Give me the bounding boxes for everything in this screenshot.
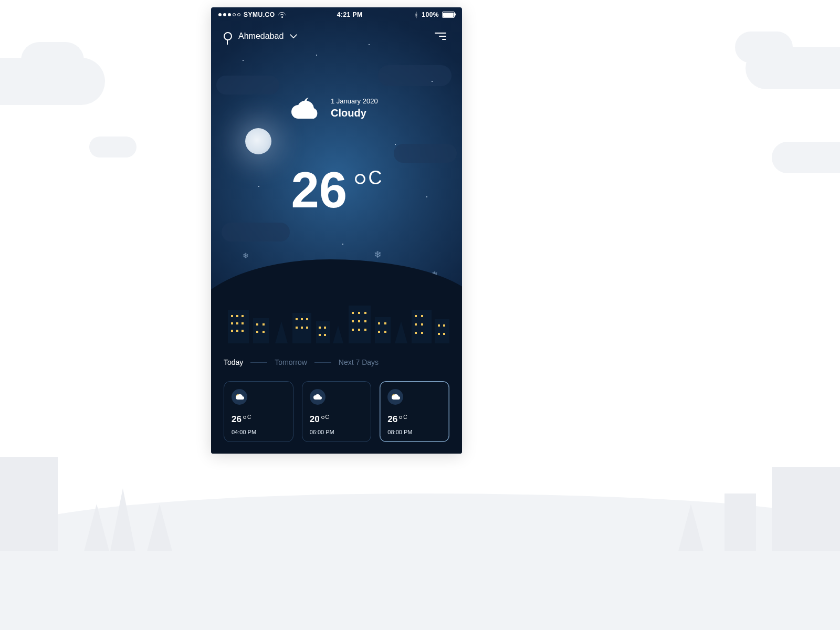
bg-building xyxy=(0,457,58,551)
hour-temp: 20 xyxy=(310,414,320,424)
hour-unit: C xyxy=(247,414,251,420)
hour-time: 06:00 PM xyxy=(310,429,364,435)
sky-cloud xyxy=(378,65,452,86)
hour-unit: C xyxy=(403,414,407,420)
hourly-cards: 26C 04:00 PM 20C 06:00 PM 26C 08:00 PM xyxy=(224,381,449,442)
cloudy-night-icon xyxy=(289,96,322,120)
hour-temp: 26 xyxy=(232,414,242,424)
location-selector[interactable]: Ahmedabad xyxy=(224,32,297,41)
sky-cloud xyxy=(216,76,279,94)
bg-cloud xyxy=(21,42,84,79)
hour-unit: C xyxy=(326,414,329,420)
bg-tree xyxy=(678,504,704,551)
cloud-icon xyxy=(310,389,326,405)
current-condition-label: Cloudy xyxy=(331,107,378,119)
bg-cloud xyxy=(735,32,793,63)
current-temperature: 26 C xyxy=(211,165,462,215)
tab-tomorrow[interactable]: Tomorrow xyxy=(275,358,307,366)
snowflake-icon: ❄ xyxy=(374,249,382,260)
signal-dots-icon xyxy=(218,13,240,16)
menu-button[interactable] xyxy=(432,29,449,43)
building-icon xyxy=(412,310,432,343)
location-city: Ahmedabad xyxy=(238,32,284,41)
bg-building xyxy=(724,494,756,551)
bg-cloud xyxy=(772,142,840,173)
phone-frame: ❄ ❄ ❄ ❄ ❄ SYMU.CO 4:21 PM ᚼ 100% Ahmedab… xyxy=(211,7,462,454)
current-condition: 1 January 2020 Cloudy xyxy=(289,96,378,120)
building-icon xyxy=(228,310,249,343)
tree-icon xyxy=(275,321,288,343)
pin-icon xyxy=(224,32,232,40)
chevron-down-icon xyxy=(290,34,297,39)
degree-icon xyxy=(355,174,365,184)
status-time: 4:21 PM xyxy=(337,11,363,18)
temp-unit: C xyxy=(369,167,382,188)
bluetooth-icon: ᚼ xyxy=(414,11,419,19)
forecast-tabs: Today Tomorrow Next 7 Days xyxy=(224,358,449,366)
sun-cloud-icon xyxy=(387,389,403,405)
carrier-label: SYMU.CO xyxy=(244,11,275,18)
tab-next-7-days[interactable]: Next 7 Days xyxy=(339,358,379,366)
bg-tree xyxy=(147,504,172,551)
current-date: 1 January 2020 xyxy=(331,96,378,107)
hour-card[interactable]: 26C 08:00 PM xyxy=(380,381,449,442)
building-icon xyxy=(375,317,391,343)
wifi-icon xyxy=(278,12,286,18)
battery-percent: 100% xyxy=(422,11,439,18)
hour-time: 04:00 PM xyxy=(232,429,286,435)
bg-tree xyxy=(84,504,109,551)
hour-card[interactable]: 20C 06:00 PM xyxy=(302,381,372,442)
building-icon xyxy=(316,321,330,343)
snowflake-icon: ❄ xyxy=(243,251,249,260)
tab-today[interactable]: Today xyxy=(224,358,243,366)
bg-tree xyxy=(110,488,135,551)
sun-cloud-icon xyxy=(232,389,247,405)
tree-icon xyxy=(395,321,407,343)
hour-card[interactable]: 26C 04:00 PM xyxy=(224,381,293,442)
battery-icon xyxy=(442,12,455,18)
moon-icon xyxy=(245,128,271,154)
bg-building xyxy=(772,467,840,551)
hour-temp: 26 xyxy=(387,414,397,424)
temp-value: 26 xyxy=(291,165,347,215)
building-icon xyxy=(435,319,449,343)
tree-icon xyxy=(333,326,343,343)
sky-cloud xyxy=(222,223,290,242)
hour-time: 08:00 PM xyxy=(387,429,442,435)
tab-divider xyxy=(314,362,331,363)
sky-cloud xyxy=(394,144,457,163)
status-bar: SYMU.CO 4:21 PM ᚼ 100% xyxy=(211,7,462,22)
building-icon xyxy=(292,313,311,343)
building-icon xyxy=(349,306,371,343)
bg-cloud xyxy=(89,136,136,158)
building-icon xyxy=(253,318,269,343)
tab-divider xyxy=(250,362,267,363)
